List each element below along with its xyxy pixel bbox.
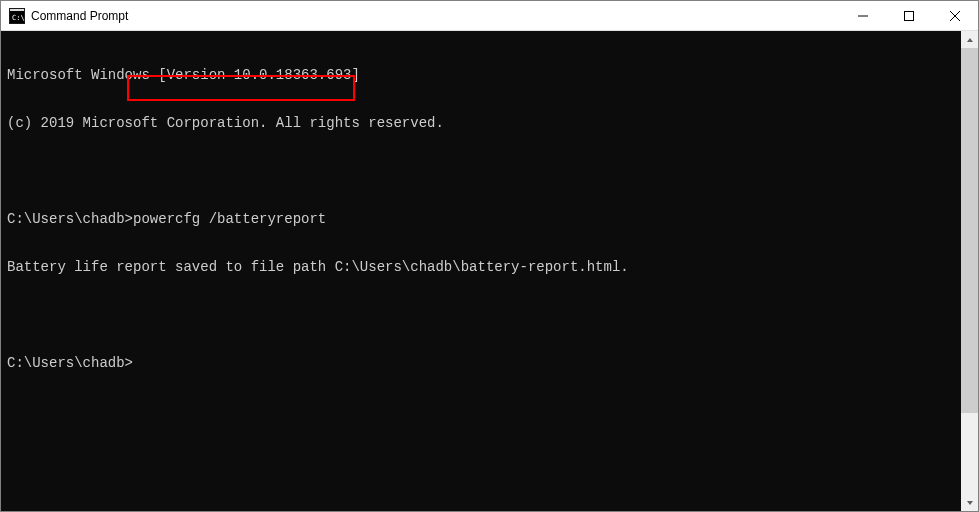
vertical-scrollbar[interactable] — [961, 31, 978, 511]
svg-marker-9 — [967, 501, 973, 505]
titlebar: C:\ Command Prompt — [1, 1, 978, 31]
svg-rect-5 — [905, 11, 914, 20]
cmd-icon: C:\ — [9, 8, 25, 24]
scroll-track[interactable] — [961, 48, 978, 494]
minimize-button[interactable] — [840, 1, 886, 30]
window-title: Command Prompt — [31, 9, 840, 23]
svg-marker-8 — [967, 38, 973, 42]
window-controls — [840, 1, 978, 30]
maximize-button[interactable] — [886, 1, 932, 30]
terminal-line: (c) 2019 Microsoft Corporation. All righ… — [7, 115, 955, 131]
svg-text:C:\: C:\ — [12, 14, 25, 22]
close-button[interactable] — [932, 1, 978, 30]
terminal-line: Battery life report saved to file path C… — [7, 259, 955, 275]
scroll-down-button[interactable] — [961, 494, 978, 511]
svg-rect-2 — [10, 9, 24, 11]
terminal-line: Microsoft Windows [Version 10.0.18363.69… — [7, 67, 955, 83]
terminal-line: C:\Users\chadb> — [7, 355, 955, 371]
terminal[interactable]: Microsoft Windows [Version 10.0.18363.69… — [1, 31, 961, 511]
scroll-thumb[interactable] — [961, 48, 978, 413]
terminal-line — [7, 163, 955, 179]
scroll-up-button[interactable] — [961, 31, 978, 48]
command-prompt-window: C:\ Command Prompt Microsoft Windows [Ve… — [0, 0, 979, 512]
terminal-line — [7, 307, 955, 323]
terminal-line: C:\Users\chadb>powercfg /batteryreport — [7, 211, 955, 227]
terminal-container: Microsoft Windows [Version 10.0.18363.69… — [1, 31, 978, 511]
